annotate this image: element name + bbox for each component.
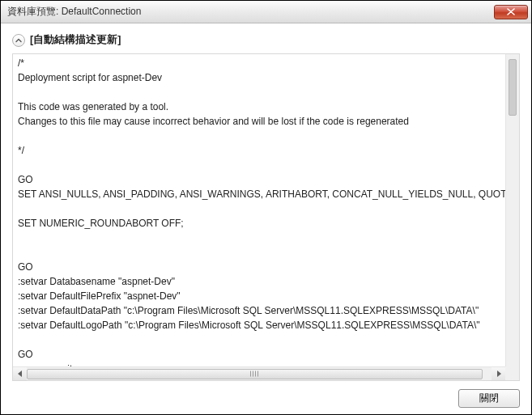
close-icon: [507, 8, 515, 15]
section-header: [自動結構描述更新]: [12, 33, 520, 50]
window-title: 資料庫預覽: DefaultConnection: [7, 5, 494, 19]
script-text: /* Deployment script for aspnet-Dev This…: [13, 54, 519, 380]
titlebar: 資料庫預覽: DefaultConnection: [1, 1, 531, 23]
scroll-right-button[interactable]: [492, 367, 505, 381]
horizontal-scroll-thumb[interactable]: [27, 369, 483, 379]
dialog-footer: 關閉: [12, 381, 520, 408]
section-title: [自動結構描述更新]: [30, 33, 121, 47]
dialog-body: [自動結構描述更新] /* Deployment script for aspn…: [1, 23, 531, 414]
close-dialog-button[interactable]: 關閉: [458, 389, 520, 408]
collapse-toggle[interactable]: [12, 34, 25, 47]
triangle-left-icon: [18, 371, 23, 377]
vertical-scroll-thumb[interactable]: [509, 59, 517, 116]
scroll-left-button[interactable]: [13, 367, 27, 381]
horizontal-scroll-track[interactable]: [27, 367, 492, 381]
scrollbar-corner: [505, 366, 519, 380]
chevron-up-icon: [15, 37, 22, 44]
horizontal-scrollbar[interactable]: [13, 366, 505, 380]
vertical-scrollbar[interactable]: [505, 54, 519, 366]
triangle-right-icon: [496, 371, 501, 377]
thumb-grip-icon: [250, 371, 258, 377]
close-button[interactable]: [494, 5, 528, 19]
script-panel: /* Deployment script for aspnet-Dev This…: [12, 53, 520, 381]
